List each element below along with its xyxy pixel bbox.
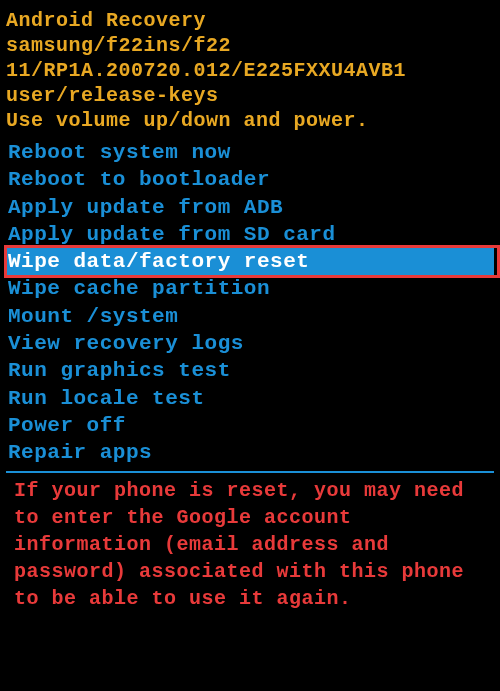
menu-locale-test[interactable]: Run locale test [6,385,494,412]
menu-apply-update-adb[interactable]: Apply update from ADB [6,194,494,221]
menu-item-label: Wipe data/factory reset [8,250,309,273]
menu-reboot-system[interactable]: Reboot system now [6,139,494,166]
menu-reboot-bootloader[interactable]: Reboot to bootloader [6,166,494,193]
menu-graphics-test[interactable]: Run graphics test [6,357,494,384]
menu-wipe-data-factory-reset[interactable]: Wipe data/factory reset [6,248,494,275]
nav-instructions: Use volume up/down and power. [6,108,494,133]
menu-power-off[interactable]: Power off [6,412,494,439]
menu-wipe-cache[interactable]: Wipe cache partition [6,275,494,302]
recovery-header: Android Recovery samsung/f22ins/f22 11/R… [6,8,494,133]
menu-apply-update-sd[interactable]: Apply update from SD card [6,221,494,248]
section-divider [6,471,494,473]
build-info: 11/RP1A.200720.012/E225FXXU4AVB1 [6,58,494,83]
recovery-menu: Reboot system now Reboot to bootloader A… [6,139,494,467]
menu-view-logs[interactable]: View recovery logs [6,330,494,357]
menu-repair-apps[interactable]: Repair apps [6,439,494,466]
keys-info: user/release-keys [6,83,494,108]
reset-warning-text: If your phone is reset, you may need to … [6,475,494,612]
recovery-title: Android Recovery [6,8,494,33]
menu-mount-system[interactable]: Mount /system [6,303,494,330]
device-info: samsung/f22ins/f22 [6,33,494,58]
